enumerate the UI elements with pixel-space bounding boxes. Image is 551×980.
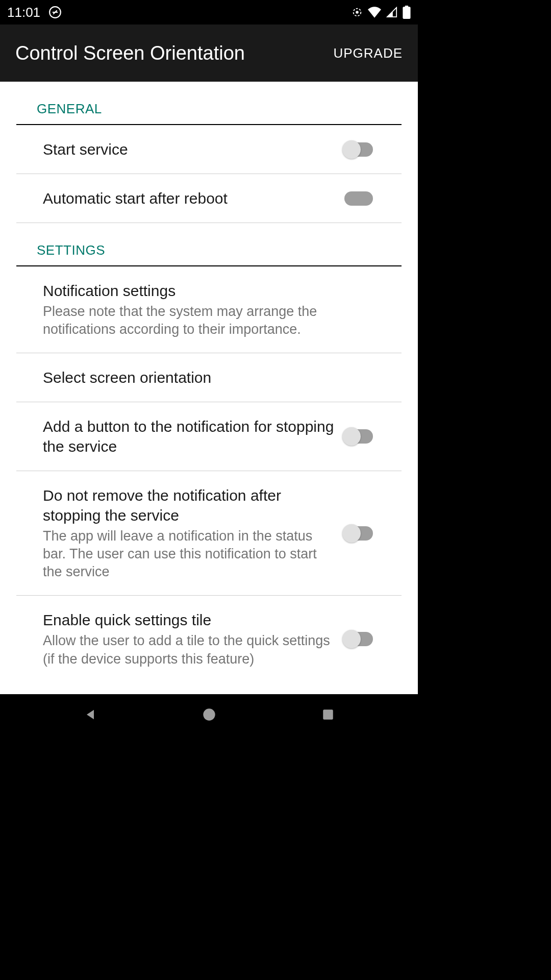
setting-title: Add a button to the notification for sto… <box>43 416 334 456</box>
status-right <box>352 6 411 19</box>
setting-quick-tile[interactable]: Enable quick settings tile Allow the use… <box>16 596 402 682</box>
setting-text: Select screen orientation <box>43 368 375 387</box>
setting-text: Automatic start after reboot <box>43 188 344 208</box>
app-bar: Control Screen Orientation UPGRADE <box>0 24 418 82</box>
toggle-thumb <box>342 630 361 648</box>
nav-back-button[interactable] <box>80 704 101 725</box>
setting-text: Enable quick settings tile Allow the use… <box>43 610 344 668</box>
app-title: Control Screen Orientation <box>15 42 245 64</box>
setting-text: Do not remove the notification after sto… <box>43 485 344 581</box>
setting-notification-settings[interactable]: Notification settings Please note that t… <box>16 266 402 353</box>
svg-rect-6 <box>323 709 333 720</box>
upgrade-button[interactable]: UPGRADE <box>333 45 403 61</box>
toggle-quick-tile[interactable] <box>344 632 375 646</box>
status-left: 11:01 <box>7 5 62 20</box>
nav-recent-button[interactable] <box>318 704 338 725</box>
toggle-start-service[interactable] <box>344 142 375 157</box>
setting-title: Enable quick settings tile <box>43 610 334 630</box>
rotation-lock-icon <box>48 6 62 19</box>
setting-title: Start service <box>43 139 334 159</box>
toggle-thumb <box>342 524 361 543</box>
svg-rect-3 <box>403 7 410 19</box>
toggle-auto-start[interactable] <box>344 191 375 206</box>
wifi-icon <box>368 7 381 18</box>
setting-desc: Allow the user to add a tile to the quic… <box>43 632 334 668</box>
content-area: GENERAL Start service Automatic start af… <box>0 82 418 694</box>
setting-text: Start service <box>43 139 344 159</box>
battery-icon <box>403 6 411 19</box>
setting-title: Select screen orientation <box>43 368 365 387</box>
setting-title: Automatic start after reboot <box>43 188 334 208</box>
setting-start-service[interactable]: Start service <box>16 125 402 174</box>
setting-title: Notification settings <box>43 281 365 301</box>
toggle-keep-notification[interactable] <box>344 526 375 541</box>
setting-text: Add a button to the notification for sto… <box>43 416 344 456</box>
svg-point-5 <box>203 708 215 720</box>
setting-text: Notification settings Please note that t… <box>43 281 375 338</box>
navigation-bar <box>0 694 418 735</box>
signal-icon <box>386 7 397 18</box>
status-time: 11:01 <box>7 5 40 20</box>
setting-auto-start[interactable]: Automatic start after reboot <box>16 174 402 223</box>
setting-keep-notification[interactable]: Do not remove the notification after sto… <box>16 471 402 596</box>
svg-point-2 <box>356 11 358 13</box>
setting-title: Do not remove the notification after sto… <box>43 485 334 525</box>
setting-select-orientation[interactable]: Select screen orientation <box>16 353 402 402</box>
setting-stop-button[interactable]: Add a button to the notification for sto… <box>16 402 402 471</box>
toggle-thumb <box>342 140 361 159</box>
section-header-general: GENERAL <box>16 82 402 125</box>
section-header-settings: SETTINGS <box>16 223 402 266</box>
nav-home-button[interactable] <box>199 704 219 725</box>
toggle-track <box>344 191 373 206</box>
status-bar: 11:01 <box>0 0 418 24</box>
refresh-icon <box>352 7 363 18</box>
setting-desc: The app will leave a notification in the… <box>43 527 334 581</box>
svg-rect-4 <box>405 6 409 7</box>
toggle-thumb <box>342 427 361 446</box>
toggle-stop-button[interactable] <box>344 429 375 444</box>
setting-desc: Please note that the system may arrange … <box>43 303 365 338</box>
